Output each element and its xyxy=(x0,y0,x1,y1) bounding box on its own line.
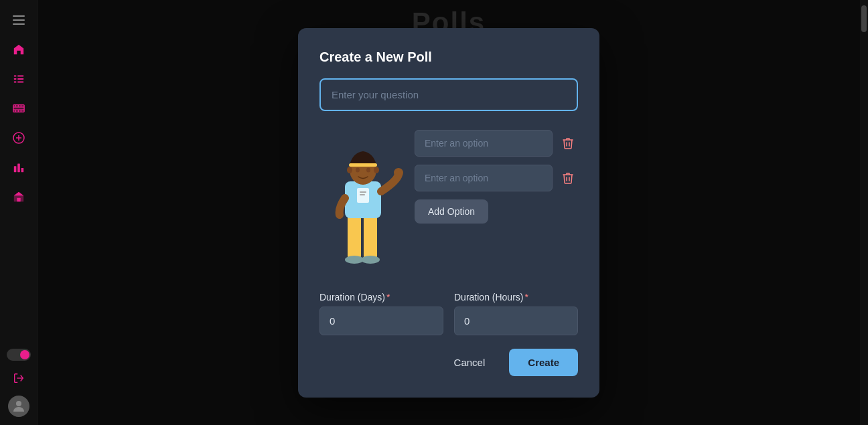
logout-icon[interactable] xyxy=(7,366,31,390)
svg-point-40 xyxy=(347,167,352,173)
avatar[interactable] xyxy=(8,396,29,417)
duration-days-label: Duration (Days)* xyxy=(319,292,443,303)
svg-point-30 xyxy=(345,256,364,264)
duration-hours-label: Duration (Hours)* xyxy=(454,292,578,303)
svg-rect-4 xyxy=(17,76,23,77)
svg-rect-25 xyxy=(17,198,20,201)
house2-icon[interactable] xyxy=(7,185,31,209)
svg-rect-29 xyxy=(364,211,377,258)
svg-rect-34 xyxy=(360,191,366,193)
svg-rect-22 xyxy=(13,166,16,172)
poll-illustration xyxy=(319,124,407,278)
days-required-star: * xyxy=(386,292,390,303)
duration-days-input[interactable] xyxy=(319,307,443,335)
svg-rect-16 xyxy=(15,110,15,112)
svg-rect-13 xyxy=(15,105,15,107)
svg-rect-17 xyxy=(17,110,18,112)
svg-point-31 xyxy=(361,256,380,264)
modal-title: Create a New Poll xyxy=(319,50,578,65)
theme-toggle[interactable] xyxy=(7,349,31,361)
svg-point-38 xyxy=(356,167,360,172)
duration-hours-field: Duration (Hours)* xyxy=(454,292,578,335)
options-section: Add Option xyxy=(415,124,578,224)
svg-rect-37 xyxy=(349,163,377,167)
film-icon[interactable] xyxy=(7,96,31,120)
delete-option-1-button[interactable] xyxy=(558,133,578,153)
svg-rect-14 xyxy=(17,105,18,107)
option-input-1[interactable] xyxy=(415,130,553,157)
svg-point-42 xyxy=(394,168,403,177)
svg-rect-18 xyxy=(20,110,21,112)
svg-rect-1 xyxy=(13,19,25,21)
svg-rect-23 xyxy=(17,164,20,173)
svg-rect-24 xyxy=(21,168,23,172)
create-button[interactable]: Create xyxy=(509,349,578,376)
cancel-button[interactable]: Cancel xyxy=(438,349,502,376)
svg-rect-3 xyxy=(13,76,16,77)
svg-rect-28 xyxy=(348,211,361,258)
middle-section: Add Option xyxy=(319,124,578,278)
hamburger-icon[interactable] xyxy=(7,8,31,32)
svg-rect-12 xyxy=(13,109,23,110)
svg-rect-15 xyxy=(20,105,21,107)
home-icon[interactable] xyxy=(7,37,31,62)
checklist-icon[interactable] xyxy=(7,67,31,91)
add-circle-icon[interactable] xyxy=(7,126,31,150)
svg-rect-7 xyxy=(13,82,16,83)
svg-rect-11 xyxy=(13,106,23,107)
add-option-button[interactable]: Add Option xyxy=(415,199,488,224)
bar-chart-icon[interactable] xyxy=(7,155,31,179)
modal-overlay: Create a New Poll xyxy=(38,0,860,425)
duration-section: Duration (Days)* Duration (Hours)* xyxy=(319,292,578,335)
hours-required-star: * xyxy=(524,292,528,303)
sidebar xyxy=(0,0,38,425)
svg-point-39 xyxy=(366,167,370,172)
svg-point-27 xyxy=(16,401,21,406)
svg-rect-6 xyxy=(17,78,23,80)
modal-footer: Cancel Create xyxy=(319,349,578,376)
option-row-1 xyxy=(415,130,578,157)
svg-rect-0 xyxy=(13,15,25,17)
svg-rect-5 xyxy=(13,78,16,80)
delete-option-2-button[interactable] xyxy=(558,168,578,188)
svg-rect-8 xyxy=(17,82,23,83)
option-row-2 xyxy=(415,165,578,191)
option-input-2[interactable] xyxy=(415,165,553,191)
svg-rect-2 xyxy=(13,23,25,25)
scrollbar xyxy=(860,0,868,425)
svg-rect-35 xyxy=(360,194,365,195)
main-content: Polls Create a New Poll xyxy=(38,0,860,425)
create-poll-modal: Create a New Poll xyxy=(298,28,599,398)
duration-days-field: Duration (Days)* xyxy=(319,292,443,335)
question-input[interactable] xyxy=(319,78,578,111)
duration-hours-input[interactable] xyxy=(454,307,578,335)
scrollbar-thumb[interactable] xyxy=(861,5,867,32)
svg-point-41 xyxy=(374,167,379,173)
